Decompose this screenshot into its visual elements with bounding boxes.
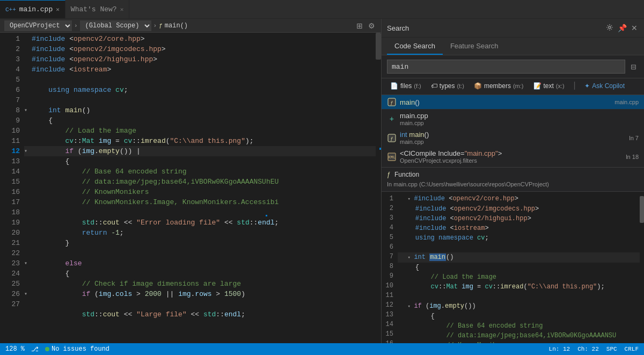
result-name-2: main.cpp [400, 112, 428, 120]
code-line: // Check if image dimensions are large [24, 279, 376, 289]
code-line: { [24, 269, 376, 279]
code-line: std::cout << "Large file" << std::endl; [24, 309, 376, 320]
filter-row: 📄 files (f:) 🏷 types (t:) 📦 members (m:)… [382, 78, 644, 95]
tab-whats-new[interactable]: What's New? ✕ [65, 0, 129, 18]
code-editor[interactable]: 1 2 3 4 5 6 7 8 9 10 11 12 13 14 15 16 1… [0, 33, 381, 343]
search-tabs: Code Search Feature Search [382, 38, 644, 55]
result-loc-1: main.cpp [614, 99, 639, 105]
preview-line: #include <opencv2/highgui.hpp> [398, 214, 640, 223]
close-tab-button[interactable]: ✕ [56, 6, 60, 13]
result-item-1[interactable]: ƒ main() main.cpp [382, 95, 644, 110]
results-list: ƒ main() main.cpp + main.cpp main.cpp [382, 95, 644, 168]
collapse-btn[interactable]: ▾ [24, 105, 32, 115]
types-icon: 🏷 [431, 82, 437, 90]
svg-text:ƒ: ƒ [390, 136, 393, 142]
result-name-4: <ClCompile Include="main.cpp"> [400, 149, 502, 157]
split-editor-button[interactable]: ⊞ [355, 21, 364, 30]
project-selector[interactable]: OpenCVProject [4, 20, 72, 31]
status-right: Ln: 12 Ch: 22 SPC CRLF [549, 346, 639, 352]
search-close-button[interactable]: ✕ [630, 23, 639, 34]
result-subtext-3: main.cpp [400, 139, 429, 145]
editor-scrollbar[interactable] [376, 33, 381, 343]
code-line-active: ▾ if (img.empty()) | [24, 146, 376, 156]
preview-line: #include <opencv2/imgcodecs.hpp> [398, 204, 640, 214]
search-pin-button[interactable]: 📌 [617, 23, 628, 34]
result-name-3: int main() [400, 131, 429, 139]
code-line: #include <iostream> [24, 64, 376, 75]
preview-line: ▾#include <opencv2/core.hpp> [398, 194, 640, 204]
search-panel-title: Search [387, 24, 409, 32]
filter-text-button[interactable]: 📝 text (x:) [530, 81, 568, 91]
breadcrumb-actions: ⊞ ⚙ [355, 21, 377, 30]
text-icon: 📝 [533, 82, 541, 90]
search-view-button[interactable]: ⊟ [628, 62, 639, 72]
filter-members-label: members [484, 82, 511, 90]
function-icon: ƒ [159, 23, 163, 29]
collapse-btn-3[interactable]: ▾ [24, 258, 32, 269]
search-input[interactable] [387, 60, 625, 74]
preview-code: 12345 678910 1112131415 161718 ▾#include… [382, 192, 644, 343]
preview-line: #include <iostream> [398, 223, 640, 233]
scope-selector[interactable]: (Global Scope) [80, 20, 151, 31]
code-line: // Base 64 encoded string [24, 166, 376, 177]
result-icon-4: XML [387, 152, 397, 162]
code-line: ▾ else [24, 258, 376, 269]
code-line: // KnownMonikers [24, 187, 376, 197]
svg-point-0 [609, 26, 611, 28]
preview-line: // Load the image [398, 272, 640, 282]
tab-feature-search[interactable]: Feature Search [443, 38, 506, 55]
no-issues-icon [45, 347, 49, 351]
preview-line: using namespace cv; [398, 233, 640, 243]
line-ending: CRLF [625, 346, 639, 352]
code-line [24, 299, 376, 309]
breadcrumb-function: ƒ main() [159, 22, 188, 30]
search-panel: Search 📌 ✕ Code Search Feature Search ⊟ [381, 19, 644, 343]
main-area: OpenCVProject › (Global Scope) › ƒ main(… [0, 19, 644, 343]
result-item-3[interactable]: ƒ int main() main.cpp ln 7 [387, 128, 639, 147]
close-tab2-button[interactable]: ✕ [120, 6, 124, 13]
code-content[interactable]: #include <opencv2/core.hpp> #include <op… [24, 33, 376, 343]
filter-files-label: files [400, 82, 412, 90]
result-item-4[interactable]: XML <ClCompile Include="main.cpp"> OpenC… [387, 147, 639, 166]
code-line: #include <opencv2/highgui.hpp> [24, 54, 376, 64]
preview-lines: ▾#include <opencv2/core.hpp> #include <o… [398, 194, 640, 343]
issues-indicator[interactable]: No issues found [45, 345, 109, 353]
tab-code-search[interactable]: Code Search [387, 38, 443, 55]
encoding: SPC [606, 346, 617, 352]
preview-scrollbar[interactable] [640, 194, 644, 343]
result-group-2: + main.cpp main.cpp ƒ int m [382, 110, 644, 167]
collapse-btn-2[interactable]: ▾ [24, 146, 32, 156]
result-item-2[interactable]: + main.cpp main.cpp [387, 110, 639, 128]
result-loc-4: ln 18 [626, 154, 639, 160]
code-line: } [24, 238, 376, 248]
issues-text: No issues found [52, 345, 109, 353]
source-control-icon[interactable]: ⎇ [31, 345, 39, 353]
cursor-line: Ln: 12 [549, 346, 570, 352]
breadcrumb-arrow-1: › [74, 23, 78, 29]
filter-files-button[interactable]: 📄 files (f:) [387, 81, 425, 91]
breadcrumb-func-label: main() [165, 22, 188, 30]
result-icon-3: ƒ [387, 133, 397, 143]
search-panel-header: Search 📌 ✕ [382, 19, 644, 38]
code-line: return -1; [24, 228, 376, 238]
preview-line [398, 243, 640, 252]
code-line: #include <opencv2/core.hpp> [24, 34, 376, 44]
editor-settings-button[interactable]: ⚙ [367, 21, 377, 30]
filter-text-label: text [544, 82, 554, 90]
filter-members-button[interactable]: 📦 members (m:) [471, 81, 527, 91]
breadcrumb-arrow-2: › [153, 23, 157, 29]
result-loc-3: ln 7 [629, 135, 639, 141]
result-icon-2: + [387, 114, 397, 124]
result-icon-1: ƒ [387, 97, 397, 107]
filter-divider: | [572, 81, 577, 91]
preview-scrollbar-thumb [640, 196, 644, 223]
filter-types-button[interactable]: 🏷 types (t:) [428, 81, 467, 91]
tab-main-cpp[interactable]: C++ main.cpp ✕ [0, 0, 65, 18]
preview-header: ƒ Function In main.cpp (C:\Users\hwelliv… [382, 168, 644, 192]
result-subtext-2: main.cpp [400, 120, 428, 126]
preview-line: cv::Mat img = cv::imread("C:\\and this.p… [398, 282, 640, 292]
ask-copilot-button[interactable]: ✦ Ask Copilot [581, 81, 628, 91]
collapse-btn-4[interactable]: ▾ [24, 289, 32, 299]
svg-text:XML: XML [388, 155, 396, 160]
search-settings-button[interactable] [605, 23, 614, 34]
